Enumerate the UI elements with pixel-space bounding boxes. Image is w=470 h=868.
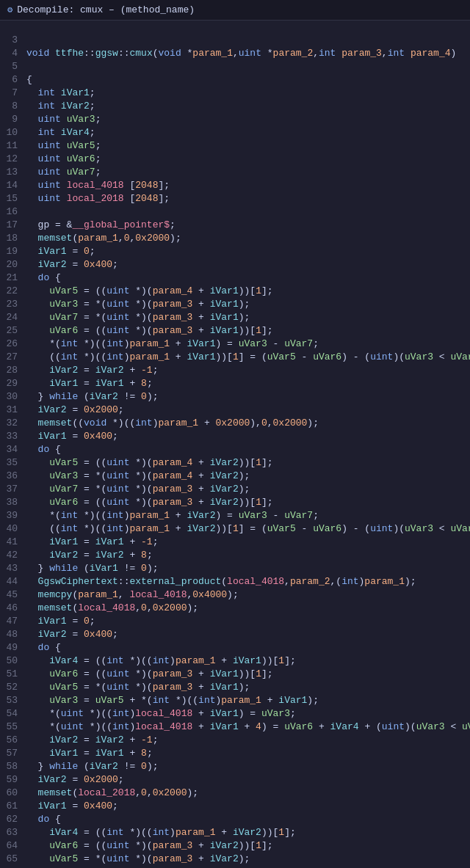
line-content bbox=[26, 205, 470, 219]
line-content: memset(local_2018,0,0x2000); bbox=[26, 787, 470, 800]
line-content: int iVar1; bbox=[26, 87, 470, 100]
line-content: gp = &__global_pointer$; bbox=[26, 219, 470, 232]
line-content: memset((void *)((int)param_1 + 0x2000),0… bbox=[26, 417, 470, 430]
code-line: 50 iVar4 = ((int *)((int)param_1 + iVar1… bbox=[0, 654, 470, 668]
line-number: 25 bbox=[0, 324, 26, 338]
code-line: 34 do { bbox=[0, 443, 470, 456]
code-line: 52 uVar5 = *(uint *)(param_3 + iVar1); bbox=[0, 681, 470, 694]
line-number: 55 bbox=[0, 721, 26, 734]
line-number: 13 bbox=[0, 166, 26, 179]
code-line: 7 int iVar1; bbox=[0, 87, 470, 100]
line-number: 31 bbox=[0, 404, 26, 417]
line-number: 36 bbox=[0, 470, 26, 483]
line-number: 48 bbox=[0, 628, 26, 641]
code-line: 25 uVar6 = ((uint *)(param_3 + iVar1))[1… bbox=[0, 324, 470, 338]
code-line: 9 uint uVar3; bbox=[0, 113, 470, 126]
line-content: uVar6 = ((uint *)(param_3 + iVar1))[1]; bbox=[26, 324, 470, 338]
line-content: iVar1 = iVar1 + -1; bbox=[26, 536, 470, 549]
line-content: do { bbox=[26, 813, 470, 826]
code-line: 22 uVar5 = ((uint *)(param_4 + iVar1))[1… bbox=[0, 285, 470, 298]
code-line: 43 } while (iVar1 != 0); bbox=[0, 562, 470, 575]
line-number: 9 bbox=[0, 113, 26, 126]
line-number: 3 bbox=[0, 34, 26, 47]
line-content: iVar2 = 0x2000; bbox=[26, 773, 470, 787]
line-content: iVar2 = 0x400; bbox=[26, 258, 470, 271]
line-number: 15 bbox=[0, 192, 26, 205]
line-content: } while (iVar1 != 0); bbox=[26, 562, 470, 575]
line-number: 58 bbox=[0, 760, 26, 773]
line-number: 38 bbox=[0, 496, 26, 509]
line-content: do { bbox=[26, 443, 470, 456]
line-number: 42 bbox=[0, 549, 26, 562]
line-content: iVar1 = 0x400; bbox=[26, 800, 470, 813]
line-content: do { bbox=[26, 641, 470, 654]
code-line: 42 iVar2 = iVar2 + 8; bbox=[0, 549, 470, 562]
line-number: 12 bbox=[0, 153, 26, 166]
line-number: 32 bbox=[0, 417, 26, 430]
code-line: 6{ bbox=[0, 73, 470, 87]
line-number: 37 bbox=[0, 483, 26, 496]
line-content: ((int *)((int)param_1 + iVar1))[1] = (uV… bbox=[26, 351, 470, 364]
line-content: iVar1 = 0; bbox=[26, 615, 470, 628]
code-line: 5 bbox=[0, 60, 470, 73]
line-content: uint local_2018 [2048]; bbox=[26, 192, 470, 205]
code-line: 17 gp = &__global_pointer$; bbox=[0, 219, 470, 232]
line-number: 56 bbox=[0, 734, 26, 747]
code-line: 38 uVar6 = ((uint *)(param_3 + iVar2))[1… bbox=[0, 496, 470, 509]
line-content: iVar2 = 0x400; bbox=[26, 628, 470, 641]
line-number: 57 bbox=[0, 747, 26, 760]
line-number: 65 bbox=[0, 853, 26, 866]
line-number: 53 bbox=[0, 694, 26, 707]
code-line: 39 *(int *)((int)param_1 + iVar2) = uVar… bbox=[0, 509, 470, 522]
line-content: iVar4 = ((int *)((int)param_1 + iVar2))[… bbox=[26, 826, 470, 839]
line-content: uint uVar3; bbox=[26, 113, 470, 126]
code-line: 62 do { bbox=[0, 813, 470, 826]
line-number: 46 bbox=[0, 602, 26, 615]
code-line: 18 memset(param_1,0,0x2000); bbox=[0, 232, 470, 245]
line-content: uVar5 = *(uint *)(param_3 + iVar2); bbox=[26, 853, 470, 866]
code-line: 46 memset(local_4018,0,0x2000); bbox=[0, 602, 470, 615]
line-content: memcpy(param_1, local_4018,0x4000); bbox=[26, 588, 470, 602]
code-line: 19 iVar1 = 0; bbox=[0, 245, 470, 258]
code-line: 33 iVar1 = 0x400; bbox=[0, 430, 470, 443]
code-line: 60 memset(local_2018,0,0x2000); bbox=[0, 787, 470, 800]
line-number: 11 bbox=[0, 139, 26, 153]
line-number: 44 bbox=[0, 575, 26, 588]
line-number: 33 bbox=[0, 430, 26, 443]
line-content: iVar1 = iVar1 + 8; bbox=[26, 377, 470, 390]
code-line: 56 iVar2 = iVar2 + -1; bbox=[0, 734, 470, 747]
code-line: 44 GgswCiphertext::external_product(loca… bbox=[0, 575, 470, 588]
line-content: do { bbox=[26, 271, 470, 285]
code-line: 65 uVar5 = *(uint *)(param_3 + iVar2); bbox=[0, 853, 470, 866]
code-line: 4void ttfhe::ggsw::cmux(void *param_1,ui… bbox=[0, 47, 470, 60]
code-line: 11 uint uVar5; bbox=[0, 139, 470, 153]
line-number: 40 bbox=[0, 522, 26, 536]
line-content: *(uint *)((int)local_4018 + iVar1) = uVa… bbox=[26, 707, 470, 721]
line-number: 49 bbox=[0, 641, 26, 654]
line-number: 28 bbox=[0, 364, 26, 377]
line-content: iVar1 = 0; bbox=[26, 245, 470, 258]
line-number: 23 bbox=[0, 298, 26, 311]
code-line: 32 memset((void *)((int)param_1 + 0x2000… bbox=[0, 417, 470, 430]
line-content bbox=[26, 60, 470, 73]
code-line: 49 do { bbox=[0, 641, 470, 654]
line-content: uVar7 = *(uint *)(param_3 + iVar2); bbox=[26, 483, 470, 496]
line-number: 16 bbox=[0, 205, 26, 219]
line-content: GgswCiphertext::external_product(local_4… bbox=[26, 575, 470, 588]
line-content: uVar7 = *(uint *)(param_3 + iVar1); bbox=[26, 311, 470, 324]
line-number: 60 bbox=[0, 787, 26, 800]
line-number: 54 bbox=[0, 707, 26, 721]
line-content: *(int *)((int)param_1 + iVar1) = uVar3 -… bbox=[26, 338, 470, 351]
line-number: 30 bbox=[0, 390, 26, 404]
line-content: uint uVar6; bbox=[26, 153, 470, 166]
title-bar: ⚙ Decompile: cmux – (method_name) bbox=[0, 0, 470, 21]
line-number: 61 bbox=[0, 800, 26, 813]
line-content: } while (iVar2 != 0); bbox=[26, 760, 470, 773]
line-number: 62 bbox=[0, 813, 26, 826]
line-number: 47 bbox=[0, 615, 26, 628]
line-number bbox=[0, 21, 26, 34]
line-number: 24 bbox=[0, 311, 26, 324]
line-number: 63 bbox=[0, 826, 26, 839]
line-content: iVar2 = iVar2 + 8; bbox=[26, 549, 470, 562]
code-line: 54 *(uint *)((int)local_4018 + iVar1) = … bbox=[0, 707, 470, 721]
